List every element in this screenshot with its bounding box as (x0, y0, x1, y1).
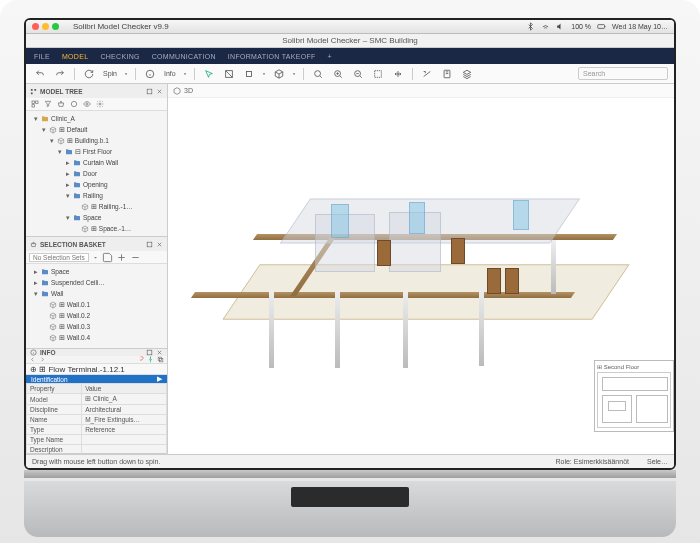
disclosure-icon[interactable]: ▾ (32, 290, 39, 297)
disclosure-icon[interactable] (40, 312, 47, 319)
disclosure-icon[interactable]: ▸ (32, 279, 39, 286)
tree-row[interactable]: ⊞ Wall.0.2 (26, 310, 167, 321)
tree-row[interactable]: ▸Space (26, 266, 167, 277)
chevron-down-icon[interactable] (291, 71, 297, 77)
color-icon[interactable] (68, 99, 79, 110)
pan-button[interactable] (390, 67, 406, 81)
spin-button[interactable] (81, 67, 97, 81)
section-button[interactable] (419, 67, 435, 81)
menu-add-tab[interactable]: + (328, 53, 332, 60)
disclosure-icon[interactable] (72, 225, 79, 232)
disclosure-icon[interactable]: ▾ (64, 192, 71, 199)
tree-row[interactable]: ▾Railing (26, 190, 167, 201)
basket-icon[interactable] (55, 99, 66, 110)
remove-set-icon[interactable] (130, 252, 141, 263)
disclosure-icon[interactable]: ▾ (32, 115, 39, 122)
disclosure-icon[interactable]: ▸ (64, 170, 71, 177)
close-panel-icon[interactable] (156, 88, 163, 95)
nav-fwd-icon[interactable] (39, 356, 46, 363)
mini-plan-panel[interactable]: ⊞ Second Floor (594, 360, 674, 432)
chevron-down-icon[interactable] (123, 71, 129, 77)
undo-button[interactable] (32, 67, 48, 81)
disclosure-icon[interactable]: ▸ (64, 181, 71, 188)
disclosure-icon[interactable] (72, 203, 79, 210)
tree-row[interactable]: ▸Curtain Wall (26, 157, 167, 168)
close-icon[interactable] (32, 23, 39, 30)
menu-information-takeoff[interactable]: INFORMATION TAKEOFF (228, 53, 316, 60)
disclosure-icon[interactable] (40, 334, 47, 341)
menu-model[interactable]: MODEL (62, 53, 88, 60)
tree-row[interactable]: ▸Door (26, 168, 167, 179)
link-icon[interactable] (137, 356, 144, 363)
minimize-icon[interactable] (42, 23, 49, 30)
zoom-out-button[interactable] (350, 67, 366, 81)
info-row[interactable]: Description (27, 445, 167, 455)
hide-button[interactable] (221, 67, 237, 81)
eye-icon[interactable] (81, 99, 92, 110)
disclosure-icon[interactable]: ▾ (64, 214, 71, 221)
markup-button[interactable] (439, 67, 455, 81)
zoom-in-button[interactable] (330, 67, 346, 81)
disclosure-icon[interactable]: ▾ (56, 148, 63, 155)
chevron-down-icon[interactable] (261, 71, 267, 77)
tree-row[interactable]: ▸Opening (26, 179, 167, 190)
maximize-icon[interactable] (146, 241, 153, 248)
info-row[interactable]: DisciplineArchitectural (27, 405, 167, 415)
tree-row[interactable]: ▾Wall (26, 288, 167, 299)
zoom-fit-button[interactable] (310, 67, 326, 81)
close-panel-icon[interactable] (156, 349, 163, 356)
redo-button[interactable] (52, 67, 68, 81)
tree-row[interactable]: ▾Space (26, 212, 167, 223)
selection-set-combo[interactable]: No Selection Sets (29, 253, 89, 262)
info-tab-identification[interactable]: Identification ▶ (26, 375, 167, 383)
info-row[interactable]: Type Name (27, 435, 167, 445)
isolate-button[interactable] (241, 67, 257, 81)
tree-row[interactable]: ▾⊞ Building.b.1 (26, 135, 167, 146)
tree-row[interactable]: ⊞ Wall.0.4 (26, 332, 167, 343)
chevron-down-icon[interactable] (92, 254, 99, 261)
search-input[interactable]: Search (578, 67, 668, 80)
viewport-3d[interactable]: 3D ⊞ Second Floor (168, 84, 674, 454)
select-button[interactable] (201, 67, 217, 81)
save-set-icon[interactable] (102, 252, 113, 263)
disclosure-icon[interactable]: ▸ (32, 268, 39, 275)
info-row[interactable]: NameM_Fire Extinguis… (27, 415, 167, 425)
pin-icon[interactable] (147, 356, 154, 363)
tree-row[interactable]: ▾Clinic_A (26, 113, 167, 124)
settings-icon[interactable] (94, 99, 105, 110)
disclosure-icon[interactable]: ▾ (40, 126, 47, 133)
tree-row[interactable]: ⊞ Wall.0.1 (26, 299, 167, 310)
layers-button[interactable] (459, 67, 475, 81)
model-tree[interactable]: ▾Clinic_A▾⊞ Default▾⊞ Building.b.1▾⊟ Fir… (26, 111, 167, 236)
tree-row[interactable]: ⊞ Space.-1… (26, 223, 167, 234)
disclosure-icon[interactable]: ▾ (48, 137, 55, 144)
maximize-icon[interactable] (146, 88, 153, 95)
info-row[interactable]: TypeReference (27, 425, 167, 435)
zoom-icon[interactable] (52, 23, 59, 30)
tree-row[interactable]: ⊞ Wall.0.3 (26, 321, 167, 332)
nav-back-icon[interactable] (29, 356, 36, 363)
menu-file[interactable]: FILE (34, 53, 50, 60)
tree-mode-icon[interactable] (29, 99, 40, 110)
disclosure-icon[interactable] (40, 301, 47, 308)
selection-basket-tree[interactable]: ▸Space▸Suspended Ceili…▾Wall⊞ Wall.0.1⊞ … (26, 264, 167, 348)
box-view-button[interactable] (271, 67, 287, 81)
chevron-down-icon[interactable] (182, 71, 188, 77)
tree-row[interactable]: ▾⊟ First Floor (26, 146, 167, 157)
copy-icon[interactable] (157, 356, 164, 363)
filter-icon[interactable] (42, 99, 53, 110)
disclosure-icon[interactable] (40, 323, 47, 330)
tree-row[interactable]: ▾⊞ Default (26, 124, 167, 135)
info-row[interactable]: Model⊞ Clinic_A (27, 394, 167, 405)
menu-checking[interactable]: CHECKING (100, 53, 139, 60)
zoom-window-button[interactable] (370, 67, 386, 81)
disclosure-icon[interactable]: ▸ (64, 159, 71, 166)
info-th-value: Value (82, 384, 167, 394)
close-panel-icon[interactable] (156, 241, 163, 248)
maximize-icon[interactable] (146, 349, 153, 356)
info-button[interactable] (142, 67, 158, 81)
tree-row[interactable]: ▸Suspended Ceili… (26, 277, 167, 288)
tree-row[interactable]: ⊞ Railing.-1… (26, 201, 167, 212)
add-set-icon[interactable] (116, 252, 127, 263)
menu-communication[interactable]: COMMUNICATION (152, 53, 216, 60)
